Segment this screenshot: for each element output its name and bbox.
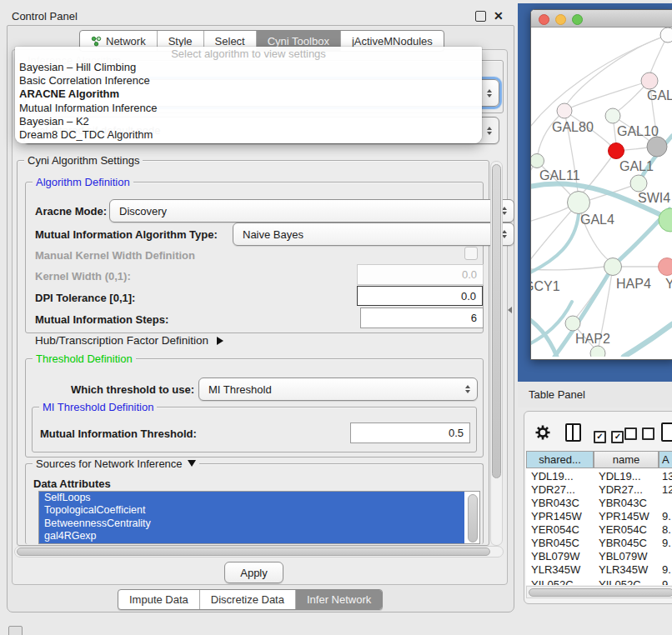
dropdown-item[interactable]: Basic Correlation Inference: [15, 74, 482, 88]
network-node[interactable]: [659, 258, 672, 276]
network-node-hap4[interactable]: [604, 258, 622, 276]
hub-definition-label: Hub/Transcription Factor Definition: [35, 334, 208, 347]
hub-definition-toggle[interactable]: Hub/Transcription Factor Definition: [35, 334, 223, 347]
node-label: SWI4: [638, 191, 670, 205]
tab-infer-network[interactable]: Infer Network: [295, 590, 382, 609]
dropdown-item-aracne[interactable]: ARACNE Algorithm: [15, 88, 482, 101]
settings-hscrollbar-thumb[interactable]: [17, 548, 490, 556]
algorithm-dropdown-popup: Select algorithm to view settings Bayesi…: [15, 47, 482, 143]
dpi-tolerance-field[interactable]: 0.0: [357, 286, 483, 306]
list-scrollbar[interactable]: [468, 494, 478, 542]
manual-kernel-width-checkbox[interactable]: [464, 247, 478, 260]
show-columns-icon[interactable]: ✓ ✓: [594, 428, 624, 443]
table-cell[interactable]: YBL079W: [531, 550, 580, 562]
network-node-gal80[interactable]: [557, 103, 572, 118]
app-root: Control Panel ✕ Network Style Select Cyn…: [0, 0, 672, 635]
mi-algorithm-type-combo[interactable]: Naive Bayes: [233, 222, 514, 246]
sources-toggle[interactable]: Sources for Network Inference: [33, 458, 199, 470]
table-cell[interactable]: YBR045C: [531, 537, 579, 549]
table-cell[interactable]: 9.: [662, 578, 671, 585]
mi-algorithm-type-value: Naive Bayes: [243, 228, 303, 241]
column-header-shared-name[interactable]: shared...: [526, 451, 594, 468]
node-label: GAL11: [539, 168, 580, 182]
table-cell[interactable]: 9.: [662, 510, 671, 522]
minimized-panel-icon[interactable]: [8, 626, 23, 635]
table-cell[interactable]: YIL052C: [599, 578, 641, 585]
network-node-hap2[interactable]: [565, 316, 580, 331]
table-cell[interactable]: YDL19...: [531, 470, 574, 482]
node-table[interactable]: YDL19... YDL19... 13 YDR27... YDR27... 1…: [526, 468, 672, 585]
mi-steps-field[interactable]: 6: [360, 308, 484, 328]
list-item[interactable]: SelfLoops: [39, 492, 464, 504]
table-hscrollbar-thumb[interactable]: [529, 588, 672, 597]
gear-icon[interactable]: [534, 424, 551, 441]
mi-threshold-field[interactable]: 0.5: [350, 422, 470, 443]
table-cell[interactable]: 13: [662, 470, 672, 482]
hide-columns-icon[interactable]: [624, 428, 654, 443]
table-cell[interactable]: 8.: [662, 523, 671, 536]
table-cell[interactable]: YDR27...: [531, 483, 575, 496]
close-window-icon[interactable]: [539, 14, 549, 25]
table-cell[interactable]: YLR345W: [531, 563, 580, 576]
tab-impute-data[interactable]: Impute Data: [118, 590, 199, 609]
table-hscrollbar[interactable]: [526, 586, 672, 598]
list-item[interactable]: TopologicalCoefficient: [39, 504, 464, 517]
table-cell[interactable]: 9.: [662, 537, 671, 549]
mi-steps-label: Mutual Information Steps:: [35, 313, 168, 326]
list-item[interactable]: BetweennessCentrality: [39, 518, 464, 530]
apply-button[interactable]: Apply: [224, 562, 283, 583]
table-cell[interactable]: YLR345W: [599, 563, 648, 576]
network-node-gal1[interactable]: [609, 143, 624, 159]
table-cell[interactable]: 9.: [662, 563, 671, 576]
dropdown-item[interactable]: Mutual Information Inference: [15, 102, 482, 115]
kernel-width-field[interactable]: 0.0: [357, 264, 484, 285]
network-node[interactable]: [590, 346, 605, 357]
table-cell[interactable]: YER054C: [531, 523, 579, 536]
network-canvas[interactable]: GAL80 GAL10 GAL1 GAL11 SWI4 GAL4 GAL GCY…: [531, 26, 672, 357]
table-cell[interactable]: YBR045C: [599, 537, 647, 549]
network-node[interactable]: [647, 137, 667, 157]
splitter-collapse-arrow[interactable]: [508, 307, 512, 313]
table-cell[interactable]: YBR043C: [599, 497, 647, 509]
control-panel-title: Control Panel: [12, 10, 78, 22]
table-cell[interactable]: YBL079W: [599, 550, 648, 562]
close-panel-icon[interactable]: ✕: [494, 11, 504, 21]
settings-hscrollbar[interactable]: [14, 546, 504, 558]
table-cell[interactable]: YPR145W: [599, 510, 649, 522]
table-cell[interactable]: 12: [662, 483, 672, 496]
table-cell[interactable]: YPR145W: [531, 510, 582, 522]
column-header-name[interactable]: name: [594, 451, 659, 468]
which-threshold-combo[interactable]: MI Threshold: [198, 378, 478, 401]
table-cell[interactable]: YBR043C: [531, 497, 579, 509]
network-node[interactable]: [641, 72, 658, 89]
table-cell[interactable]: YIL052C: [531, 578, 574, 585]
list-item[interactable]: gal4RGexp: [39, 530, 464, 542]
network-node-gal4[interactable]: [568, 192, 590, 214]
dropdown-item[interactable]: Bayesian – K2: [15, 115, 482, 128]
float-panel-icon[interactable]: [475, 11, 486, 22]
column-layout-icon[interactable]: [565, 423, 581, 442]
network-node[interactable]: [659, 208, 672, 232]
mi-algorithm-type-label: Mutual Information Algorithm Type:: [35, 228, 218, 241]
data-attributes-list: SelfLoops TopologicalCoefficient Between…: [38, 491, 480, 544]
zoom-window-icon[interactable]: [572, 14, 583, 25]
network-window-titlebar[interactable]: [531, 10, 672, 28]
aracne-mode-combo[interactable]: Discovery: [109, 199, 514, 222]
network-node-gal10[interactable]: [605, 108, 620, 123]
dropdown-item[interactable]: Bayesian – Hill Climbing: [15, 61, 482, 74]
settings-vscrollbar-thumb[interactable]: [492, 164, 501, 478]
settings-group-title: Cyni Algorithm Settings: [24, 154, 143, 167]
table-cell[interactable]: YDR27...: [599, 483, 643, 496]
network-node[interactable]: [660, 28, 672, 42]
column-header-partial[interactable]: A: [659, 451, 672, 468]
tab-discretize-data[interactable]: Discretize Data: [199, 590, 295, 609]
table-cell[interactable]: YDL19...: [599, 470, 641, 482]
settings-vscrollbar[interactable]: [490, 161, 503, 546]
network-node-swi4[interactable]: [630, 175, 647, 192]
table-cell[interactable]: YER054C: [599, 523, 647, 536]
aracne-mode-value: Discovery: [119, 205, 167, 218]
dropdown-item[interactable]: Dream8 DC_TDC Algorithm: [15, 128, 482, 142]
minimize-window-icon[interactable]: [555, 14, 566, 25]
export-table-icon[interactable]: [661, 422, 672, 442]
network-node-gal11[interactable]: [531, 154, 544, 168]
